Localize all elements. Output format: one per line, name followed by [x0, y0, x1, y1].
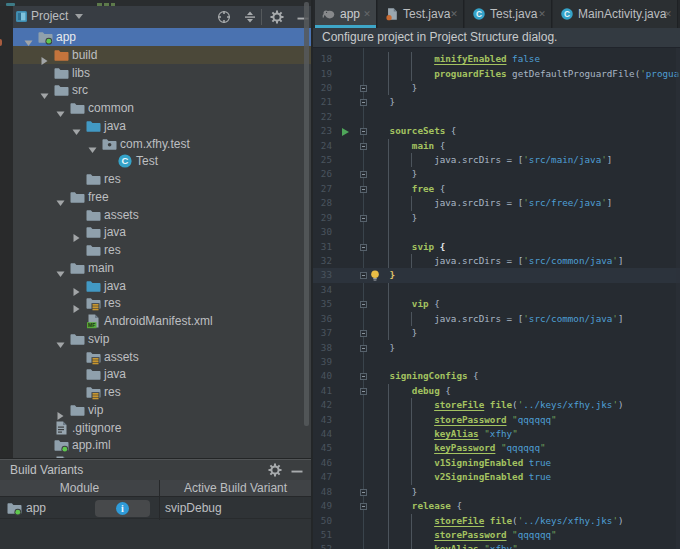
project-tree-scrollbar[interactable] [304, 2, 309, 426]
chevron-collapsed-icon[interactable] [40, 51, 49, 59]
tree-item-app[interactable]: app [0, 28, 311, 46]
tree-item-res[interactable]: res [0, 383, 311, 401]
tree-item-libs[interactable]: libs [0, 64, 311, 82]
chevron-expanded-icon[interactable] [56, 104, 65, 112]
tree-item-src[interactable]: src [0, 81, 311, 99]
tree-item-svip[interactable]: svip [0, 330, 311, 348]
code-line-23[interactable]: 23 sourceSets { [313, 124, 680, 138]
tree-item-main[interactable]: main [0, 259, 311, 277]
code-line-21[interactable]: 21 } [313, 95, 680, 109]
close-icon[interactable]: ✕ [362, 9, 372, 19]
code-line-44[interactable]: 44 keyAlias "xfhy" [313, 427, 680, 441]
locate-icon[interactable] [217, 10, 231, 24]
fold-marker-icon[interactable] [360, 489, 367, 496]
tree-item-assets[interactable]: assets [0, 206, 311, 224]
tree-item-free[interactable]: free [0, 188, 311, 206]
editor-scrollbar[interactable] [676, 48, 680, 549]
fold-marker-icon[interactable] [360, 186, 367, 193]
code-line-40[interactable]: 40 signingConfigs { [313, 369, 680, 383]
code-line-48[interactable]: 48 } [313, 485, 680, 499]
collapse-all-icon[interactable] [243, 10, 257, 24]
tree-item-app-iml[interactable]: app.iml [0, 436, 311, 454]
editor-tab-test-java[interactable]: CTest.java✕ [465, 0, 552, 28]
code-line-41[interactable]: 41 debug { [313, 384, 680, 398]
fold-marker-icon[interactable] [360, 244, 367, 251]
code-line-37[interactable]: 37 } [313, 326, 680, 340]
code-line-27[interactable]: 27 free { [313, 182, 680, 196]
fold-marker-icon[interactable] [360, 99, 367, 106]
editor-tab-app[interactable]: app✕ [315, 0, 377, 28]
chevron-expanded-icon[interactable] [24, 33, 33, 41]
code-line-25[interactable]: 25 java.srcDirs = ['src/main/java'] [313, 153, 680, 167]
fold-marker-icon[interactable] [360, 301, 367, 308]
fold-marker-icon[interactable] [360, 388, 367, 395]
fold-marker-icon[interactable] [360, 345, 367, 352]
code-line-39[interactable]: 39 [313, 355, 680, 369]
fold-marker-icon[interactable] [360, 171, 367, 178]
fold-marker-icon[interactable] [360, 85, 367, 92]
code-line-24[interactable]: 24 main { [313, 139, 680, 153]
module-info-button[interactable]: i [95, 500, 150, 517]
hide-panel-icon[interactable] [290, 465, 304, 479]
code-line-47[interactable]: 47 v2SigningEnabled true [313, 470, 680, 484]
tree-item-java[interactable]: java [0, 223, 311, 241]
code-line-22[interactable]: 22 [313, 110, 680, 124]
chevron-collapsed-icon[interactable] [72, 228, 81, 236]
tree-item-test[interactable]: CTest [0, 152, 311, 170]
tree-item-res[interactable]: res [0, 294, 311, 312]
editor-tab-test-java[interactable]: Test.java✕ [378, 0, 464, 28]
close-icon[interactable]: ✕ [537, 9, 547, 19]
code-line-50[interactable]: 50 storeFile file('../keys/xfhy.jks') [313, 514, 680, 528]
gear-icon[interactable] [270, 10, 284, 24]
tree-item-androidmanifest-xml[interactable]: MFAndroidManifest.xml [0, 312, 311, 330]
editor-tab-mainactivity-java[interactable]: CMainActivity.java✕ [553, 0, 678, 28]
column-header-active-build-variant[interactable]: Active Build Variant [160, 481, 311, 495]
code-line-26[interactable]: 26 } [313, 167, 680, 181]
active-build-variant-value[interactable]: svipDebug [165, 501, 222, 515]
chevron-expanded-icon[interactable] [72, 122, 81, 130]
fold-marker-icon[interactable] [360, 272, 367, 279]
tree-item-vip[interactable]: vip [0, 401, 311, 419]
code-line-38[interactable]: 38 } [313, 341, 680, 355]
tree-item-common[interactable]: common [0, 99, 311, 117]
code-editor[interactable]: 18 minifyEnabled false19 proguardFiles g… [313, 48, 680, 549]
chevron-expanded-icon[interactable] [56, 264, 65, 272]
code-line-32[interactable]: 32 java.srcDirs = ['src/common/java'] [313, 254, 680, 268]
chevron-collapsed-icon[interactable] [72, 282, 81, 290]
code-line-30[interactable]: 30 [313, 225, 680, 239]
build-variant-row[interactable]: app i svipDebug [0, 497, 311, 519]
tree-item-java[interactable]: java [0, 117, 311, 135]
code-line-18[interactable]: 18 minifyEnabled false [313, 52, 680, 66]
code-line-31[interactable]: 31 svip { [313, 240, 680, 254]
code-line-34[interactable]: 34 [313, 283, 680, 297]
column-header-module[interactable]: Module [0, 481, 159, 495]
code-line-42[interactable]: 42 storeFile file('../keys/xfhy.jks') [313, 398, 680, 412]
fold-marker-icon[interactable] [360, 373, 367, 380]
chevron-expanded-icon[interactable] [56, 335, 65, 343]
code-line-33[interactable]: 33 } [313, 268, 680, 282]
fold-marker-icon[interactable] [360, 330, 367, 337]
chevron-down-icon[interactable] [75, 14, 83, 19]
code-line-19[interactable]: 19 proguardFiles getDefaultProguardFile(… [313, 67, 680, 81]
close-icon[interactable]: ✕ [663, 9, 673, 19]
fold-marker-icon[interactable] [360, 128, 367, 135]
tree-item-res[interactable]: res [0, 241, 311, 259]
close-icon[interactable]: ✕ [449, 9, 459, 19]
notification-text[interactable]: Configure project in Project Structure d… [322, 30, 557, 44]
code-line-36[interactable]: 36 java.srcDirs = ['src/common/java'] [313, 312, 680, 326]
code-line-20[interactable]: 20 } [313, 81, 680, 95]
tree-item-res[interactable]: res [0, 170, 311, 188]
tree-item-com-xfhy-test[interactable]: com.xfhy.test [0, 135, 311, 153]
chevron-collapsed-icon[interactable] [56, 406, 65, 414]
code-line-28[interactable]: 28 java.srcDirs = ['src/free/java'] [313, 196, 680, 210]
run-gutter-icon[interactable] [342, 128, 349, 136]
code-line-29[interactable]: 29 } [313, 211, 680, 225]
fold-marker-icon[interactable] [360, 503, 367, 510]
code-line-49[interactable]: 49 release { [313, 499, 680, 513]
code-line-45[interactable]: 45 keyPassword "qqqqqq" [313, 441, 680, 455]
fold-marker-icon[interactable] [360, 143, 367, 150]
chevron-expanded-icon[interactable] [40, 86, 49, 94]
code-line-52[interactable]: 52 keyAlias "xfhy" [313, 542, 680, 549]
code-line-46[interactable]: 46 v1SigningEnabled true [313, 456, 680, 470]
gear-icon[interactable] [268, 463, 282, 477]
